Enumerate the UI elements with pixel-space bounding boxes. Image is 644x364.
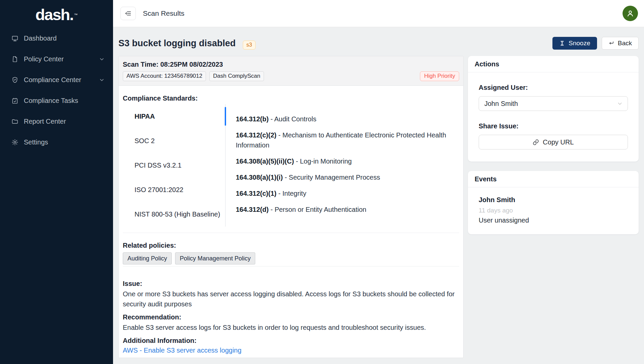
issue-text: One or more S3 buckets has server access… <box>123 289 459 309</box>
link-icon <box>533 139 539 145</box>
events-panel-body: John Smith 11 days ago User unassigned <box>468 187 639 234</box>
sidebar-item-compliance-center[interactable]: Compliance Center <box>0 69 113 90</box>
page-title: S3 bucket logging disabled <box>118 38 236 49</box>
priority-badge: High Priority <box>420 71 459 81</box>
content-area: S3 bucket logging disabled s3 Snooze Bac… <box>113 27 644 364</box>
event-timestamp: 11 days ago <box>479 207 628 214</box>
shield-icon <box>11 76 18 83</box>
control-item: 164.312(c)(1) - Integrity <box>236 188 455 198</box>
events-panel-title: Events <box>468 171 639 187</box>
recommendation-label: Recommendation: <box>123 313 459 321</box>
service-tag-s3: s3 <box>243 41 256 50</box>
scan-card-header: Scan Time: 08:25PM 08/02/2023 AWS Accoun… <box>119 56 463 86</box>
back-button[interactable]: Back <box>602 37 639 50</box>
divider <box>123 233 459 233</box>
share-issue-label: Share Issue: <box>479 122 628 130</box>
sidebar-item-label: Dashboard <box>24 35 57 42</box>
sidebar: dash.™ Dashboard Policy Center Complianc… <box>0 0 113 364</box>
calendar-check-icon <box>11 97 18 104</box>
control-item: 164.312(d) - Person or Entity Authentica… <box>236 204 455 215</box>
brand-logo[interactable]: dash.™ <box>0 0 113 27</box>
app-root: dash.™ Dashboard Policy Center Complianc… <box>0 0 644 364</box>
active-tab-indicator <box>225 107 226 126</box>
scan-card-body: Compliance Standards: HIPAA SOC 2 PCI DS… <box>119 95 463 358</box>
sidebar-item-label: Compliance Center <box>24 76 81 84</box>
chevron-down-icon <box>99 77 104 82</box>
sidebar-item-label: Settings <box>24 138 48 146</box>
compliance-standards-label: Compliance Standards: <box>123 95 459 102</box>
standards-tab-list: HIPAA SOC 2 PCI DSS v3.2.1 ISO 27001:202… <box>123 104 225 227</box>
chevron-down-icon <box>99 57 104 62</box>
related-policies-label: Related policies: <box>123 242 459 249</box>
return-arrow-icon <box>608 40 614 46</box>
actions-panel: Actions Assigned User: John Smith Share … <box>468 56 639 162</box>
page-header: S3 bucket logging disabled s3 Snooze Bac… <box>118 27 639 56</box>
header-actions: Snooze Back <box>552 37 639 50</box>
chevron-down-icon <box>617 101 623 106</box>
folder-icon <box>11 118 18 125</box>
scan-result-card: Scan Time: 08:25PM 08/02/2023 AWS Accoun… <box>118 56 464 358</box>
standard-tab-nist-800-53[interactable]: NIST 800-53 (High Baseline) <box>123 202 225 227</box>
aws-docs-link[interactable]: AWS - Enable S3 server access logging <box>123 347 241 354</box>
assigned-user-value: John Smith <box>484 100 518 108</box>
copy-url-button[interactable]: Copy URL <box>479 135 628 149</box>
control-item: 164.308(a)(1)(i) - Security Management P… <box>236 172 455 182</box>
recommendation-text: Enable S3 server access logs for S3 buck… <box>123 322 459 332</box>
actions-panel-title: Actions <box>468 56 639 72</box>
sidebar-item-settings[interactable]: Settings <box>0 132 113 153</box>
brand-logo-text: dash. <box>36 5 73 24</box>
sidebar-item-label: Compliance Tasks <box>24 97 78 105</box>
sidebar-item-report-center[interactable]: Report Center <box>0 111 113 132</box>
person-icon <box>626 9 635 18</box>
sidebar-item-label: Policy Center <box>24 55 64 63</box>
scan-source-tag: Dash ComplyScan <box>209 71 264 81</box>
sidebar-item-compliance-tasks[interactable]: Compliance Tasks <box>0 90 113 111</box>
control-item: 164.312(b) - Audit Controls <box>236 114 455 124</box>
controls-list: 164.312(b) - Audit Controls 164.312(c)(2… <box>225 104 455 227</box>
sidebar-nav: Dashboard Policy Center Compliance Cente… <box>0 28 113 153</box>
sidebar-item-dashboard[interactable]: Dashboard <box>0 28 113 49</box>
issue-label: Issue: <box>123 280 459 288</box>
actions-panel-body: Assigned User: John Smith Share Issue: C… <box>468 72 639 162</box>
additional-information-label: Additional Information: <box>123 337 459 345</box>
document-icon <box>11 56 18 63</box>
standards-section: HIPAA SOC 2 PCI DSS v3.2.1 ISO 27001:202… <box>123 104 459 227</box>
standard-tab-soc2[interactable]: SOC 2 <box>123 129 225 153</box>
assigned-user-select[interactable]: John Smith <box>479 96 628 111</box>
scan-tags-row: AWS Account: 123456789012 Dash ComplySca… <box>123 71 459 81</box>
control-item: 164.312(c)(2) - Mechanism to Authenticat… <box>236 130 455 150</box>
right-column: Actions Assigned User: John Smith Share … <box>468 56 639 234</box>
aws-account-tag: AWS Account: 123456789012 <box>123 71 206 81</box>
control-item: 164.308(a)(5)(ii)(C) - Log-in Monitoring <box>236 156 455 166</box>
snooze-button-label: Snooze <box>569 40 590 47</box>
standard-tab-pci-dss[interactable]: PCI DSS v3.2.1 <box>123 153 225 178</box>
content-columns: Scan Time: 08:25PM 08/02/2023 AWS Accoun… <box>118 56 639 358</box>
monitor-icon <box>11 35 18 42</box>
copy-url-label: Copy URL <box>543 138 574 146</box>
event-action: User unassigned <box>479 217 628 224</box>
standard-tab-hipaa[interactable]: HIPAA <box>123 104 225 129</box>
hourglass-icon <box>559 40 565 46</box>
trademark-mark: ™ <box>74 13 77 17</box>
event-user: John Smith <box>479 196 628 204</box>
user-avatar[interactable] <box>623 6 638 21</box>
divider <box>123 266 459 266</box>
back-button-label: Back <box>618 40 632 47</box>
menu-fold-button[interactable] <box>120 7 136 20</box>
assigned-user-label: Assigned User: <box>479 84 628 92</box>
scan-time: Scan Time: 08:25PM 08/02/2023 <box>123 61 459 68</box>
topbar: Scan Results <box>113 0 644 27</box>
event-entry: John Smith 11 days ago User unassigned <box>479 196 628 224</box>
related-policies-row: Auditing Policy Policy Management Policy <box>123 252 459 264</box>
snooze-button[interactable]: Snooze <box>552 37 597 50</box>
gear-icon <box>11 139 18 146</box>
page-breadcrumb-title: Scan Results <box>143 9 184 17</box>
menu-fold-icon <box>124 10 132 17</box>
main-column: Scan Results S3 bucket logging disabled … <box>113 0 644 364</box>
policy-button-auditing[interactable]: Auditing Policy <box>123 252 172 264</box>
policy-button-policy-management[interactable]: Policy Management Policy <box>175 252 255 264</box>
sidebar-item-label: Report Center <box>24 118 66 125</box>
events-panel: Events John Smith 11 days ago User unass… <box>468 171 639 234</box>
sidebar-item-policy-center[interactable]: Policy Center <box>0 49 113 69</box>
standard-tab-iso-27001[interactable]: ISO 27001:2022 <box>123 178 225 202</box>
